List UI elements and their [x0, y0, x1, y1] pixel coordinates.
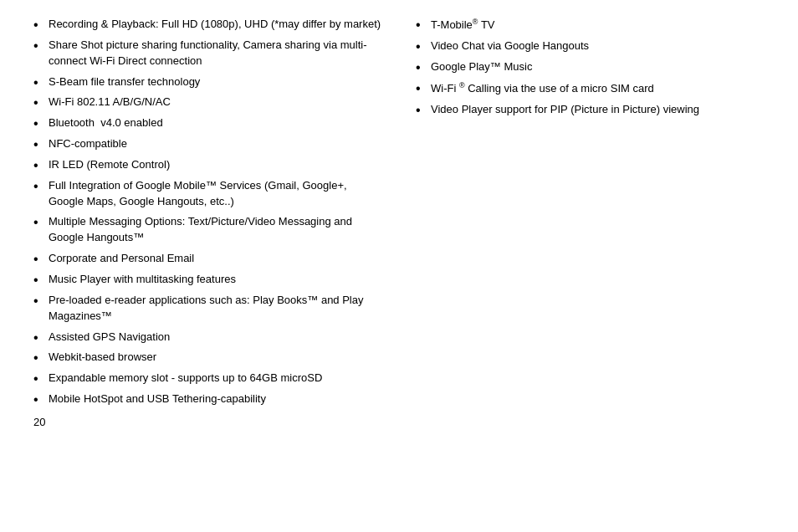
list-item: Recording & Playback: Full HD (1080p), U…: [33, 17, 382, 33]
list-item: Wi-Fi 802.11 A/B/G/N/AC: [33, 95, 382, 110]
list-item: Pre-loaded e-reader applications such as…: [33, 293, 382, 325]
list-item: Mobile HotSpot and USB Tethering-capabil…: [33, 391, 382, 407]
list-item: Bluetooth v4.0 enabled: [33, 115, 382, 131]
list-item: Google Play™ Music: [416, 59, 765, 75]
right-column: T-Mobile® TV Video Chat via Google Hango…: [399, 17, 765, 428]
list-item: S-Beam file transfer technology: [33, 74, 382, 90]
list-item: Webkit-based browser: [33, 350, 382, 366]
list-item: Wi-Fi ® Calling via the use of a micro S…: [416, 80, 765, 97]
left-column: Recording & Playback: Full HD (1080p), U…: [33, 17, 399, 428]
list-item: Share Shot picture sharing functionality…: [33, 38, 382, 69]
list-item: NFC-compatible: [33, 136, 382, 152]
list-item: IR LED (Remote Control): [33, 157, 382, 173]
list-item: Video Chat via Google Hangouts: [416, 38, 765, 54]
list-item: T-Mobile® TV: [416, 17, 765, 33]
list-item: Expandable memory slot - supports up to …: [33, 371, 382, 386]
list-item: Full Integration of Google Mobile™ Servi…: [33, 178, 382, 210]
list-item: Music Player with multitasking features: [33, 272, 382, 288]
list-item: Multiple Messaging Options: Text/Picture…: [33, 214, 382, 246]
list-item: Assisted GPS Navigation: [33, 330, 382, 345]
page-number: 20: [33, 416, 382, 428]
content-wrapper: Recording & Playback: Full HD (1080p), U…: [33, 17, 765, 428]
right-list: T-Mobile® TV Video Chat via Google Hango…: [416, 17, 765, 118]
list-item: Corporate and Personal Email: [33, 251, 382, 267]
left-list: Recording & Playback: Full HD (1080p), U…: [33, 17, 382, 407]
list-item: Video Player support for PIP (Picture in…: [416, 102, 765, 118]
